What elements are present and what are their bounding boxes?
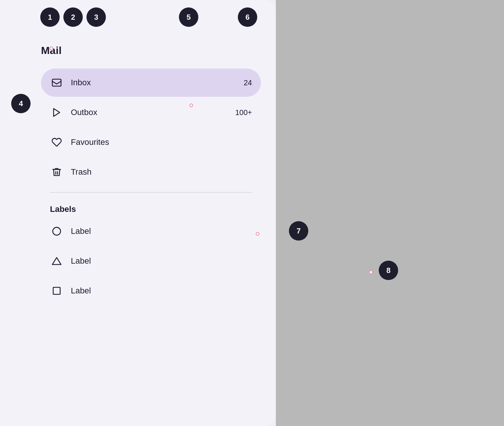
sidebar: Mail Inbox 24 Outbox 100+: [0, 0, 276, 426]
right-panel: [276, 0, 504, 426]
annotation-bubble-7: 7: [289, 221, 308, 241]
sidebar-item-label-3[interactable]: Label: [41, 277, 261, 305]
inbox-label: Inbox: [71, 78, 244, 88]
annotation-bubble-4: 4: [11, 94, 31, 113]
outbox-icon: [50, 106, 63, 119]
inbox-icon: [50, 76, 63, 89]
annotation-bubble-2: 2: [63, 7, 83, 27]
app-layout: 1 2 3 5 6 4 7 8 Mail: [0, 0, 504, 426]
sidebar-item-trash[interactable]: Trash: [41, 158, 261, 186]
annotation-bubble-1: 1: [40, 7, 60, 27]
square-icon: [50, 284, 63, 298]
svg-rect-0: [52, 79, 61, 86]
svg-marker-3: [52, 258, 61, 265]
inbox-badge: 24: [244, 79, 252, 87]
annotation-dot-8: [369, 270, 373, 274]
sidebar-item-inbox[interactable]: Inbox 24: [41, 69, 261, 97]
label-3-text: Label: [71, 286, 252, 296]
triangle-icon: [50, 254, 63, 268]
sidebar-item-outbox[interactable]: Outbox 100+: [41, 98, 261, 127]
labels-section-title: Labels: [41, 198, 261, 217]
svg-point-2: [53, 228, 61, 235]
label-1-text: Label: [71, 226, 252, 236]
outbox-badge: 100+: [235, 108, 252, 117]
svg-marker-1: [54, 109, 60, 117]
outbox-label: Outbox: [71, 108, 235, 117]
annotation-dot-5: [189, 104, 193, 107]
trash-icon: [50, 165, 63, 179]
sidebar-item-label-2[interactable]: Label: [41, 247, 261, 275]
annotation-dot-7: [256, 232, 259, 236]
app-title: Mail: [41, 45, 261, 57]
sidebar-item-label-1[interactable]: Label: [41, 217, 261, 245]
sidebar-item-favourites[interactable]: Favourites: [41, 128, 261, 156]
favourites-label: Favourites: [71, 137, 252, 147]
circle-icon: [50, 225, 63, 238]
annotation-bubble-5: 5: [179, 7, 198, 27]
annotation-bubble-8: 8: [379, 261, 398, 280]
trash-label: Trash: [71, 167, 252, 177]
label-2-text: Label: [71, 256, 252, 266]
annotation-bubble-3: 3: [86, 7, 106, 27]
svg-rect-4: [53, 287, 60, 295]
annotation-dot-1: [50, 47, 53, 50]
nav-divider: [50, 192, 252, 193]
annotation-bubble-6: 6: [238, 7, 257, 27]
heart-icon: [50, 136, 63, 149]
